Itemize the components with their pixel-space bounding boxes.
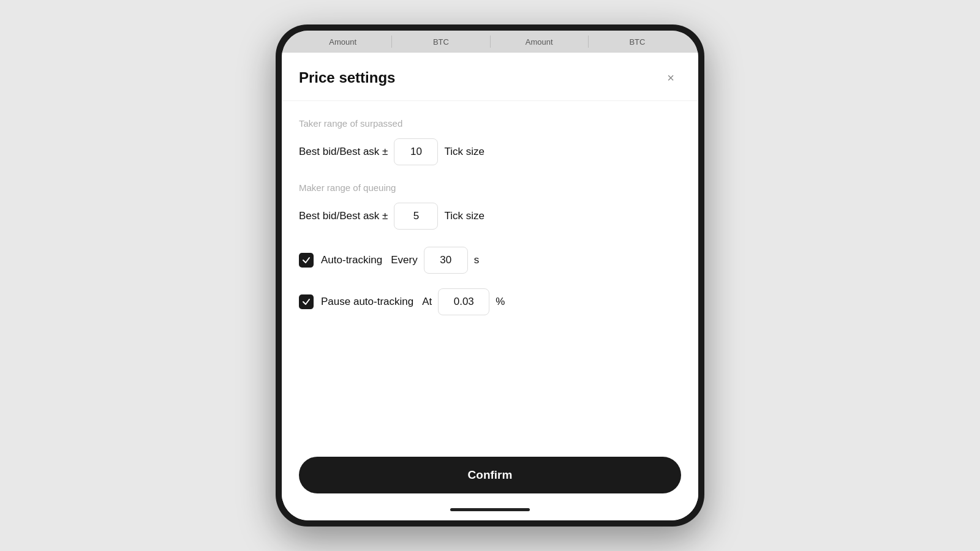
- pause-inner: Pause auto-tracking At %: [321, 288, 681, 315]
- price-settings-modal: Price settings × Taker range of surpasse…: [282, 53, 698, 520]
- maker-field-unit: Tick size: [444, 210, 484, 222]
- modal-title: Price settings: [299, 69, 395, 86]
- pause-label: Pause auto-tracking: [321, 296, 413, 308]
- taker-field-label: Best bid/Best ask ±: [299, 146, 388, 158]
- autotracking-label: Auto-tracking: [321, 254, 382, 266]
- maker-field-label: Best bid/Best ask ±: [299, 210, 388, 222]
- taker-field-row: Best bid/Best ask ± Tick size: [299, 138, 681, 165]
- close-button[interactable]: ×: [660, 67, 681, 88]
- phone-screen: Amount BTC Amount BTC Price settings ×: [282, 31, 698, 520]
- topbar-col1: Amount: [329, 37, 356, 47]
- autotracking-unit: s: [474, 254, 480, 266]
- taker-field-input[interactable]: [394, 138, 438, 165]
- taker-section-label: Taker range of surpassed: [299, 118, 681, 129]
- modal-header: Price settings ×: [282, 53, 698, 101]
- autotracking-checkbox[interactable]: [299, 253, 314, 268]
- autotracking-every-label: Every: [391, 254, 417, 266]
- phone-shell: Amount BTC Amount BTC Price settings ×: [276, 24, 704, 527]
- topbar-col4: BTC: [629, 37, 645, 47]
- maker-field-input[interactable]: [394, 203, 438, 230]
- home-indicator: [282, 498, 698, 520]
- home-bar: [450, 508, 530, 511]
- topbar-col2: BTC: [433, 37, 449, 47]
- topbar-col3: Amount: [526, 37, 553, 47]
- autotracking-input[interactable]: [424, 247, 468, 274]
- pause-at-label: At: [422, 296, 432, 308]
- pause-unit: %: [496, 296, 505, 308]
- taker-field-unit: Tick size: [444, 146, 484, 158]
- pause-checkbox[interactable]: [299, 294, 314, 309]
- autotracking-row: Auto-tracking Every s: [299, 247, 681, 274]
- maker-section-label: Maker range of queuing: [299, 182, 681, 193]
- pause-input[interactable]: [438, 288, 489, 315]
- autotracking-inner: Auto-tracking Every s: [321, 247, 681, 274]
- modal-body: Taker range of surpassed Best bid/Best a…: [282, 101, 698, 457]
- maker-field-row: Best bid/Best ask ± Tick size: [299, 203, 681, 230]
- confirm-button[interactable]: Confirm: [299, 457, 681, 493]
- top-bar: Amount BTC Amount BTC: [282, 31, 698, 53]
- modal-footer: Confirm: [282, 457, 698, 498]
- pause-row: Pause auto-tracking At %: [299, 288, 681, 315]
